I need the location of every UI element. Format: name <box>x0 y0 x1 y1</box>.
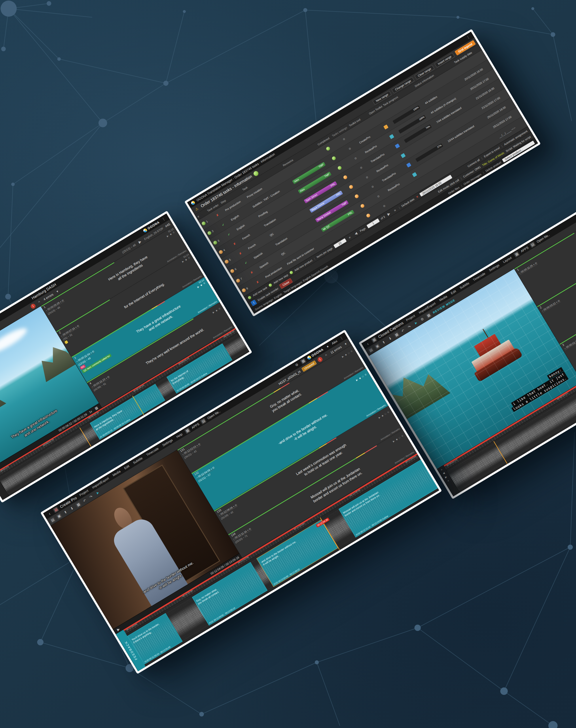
ooona-logo-icon <box>190 200 196 205</box>
warning-icon: ⚠ <box>193 206 200 212</box>
add-task-icon <box>248 295 252 299</box>
clear-date-icon[interactable]: ✕ <box>415 195 419 199</box>
row-state-icon <box>212 240 218 245</box>
page-of-label: of 3 <box>380 215 385 220</box>
order-check-icon: ✔ <box>227 232 231 236</box>
errors-up-icon[interactable]: ^ <box>36 299 42 305</box>
completed-icon <box>331 156 336 161</box>
translatepro-icon[interactable] <box>395 143 400 149</box>
send-icon[interactable]: ➤ <box>412 320 419 326</box>
media-icon[interactable]: ▦ <box>393 331 400 338</box>
keyboard-icon[interactable]: ▦ <box>425 312 432 319</box>
media-icon[interactable]: ▦ <box>75 501 82 508</box>
add-product-icon <box>289 270 293 275</box>
redo-icon[interactable]: ↷ <box>406 324 413 330</box>
row-state-icon <box>241 288 247 293</box>
order-check-icon: ✔ <box>244 261 248 265</box>
add-step-icon <box>268 283 272 287</box>
errors-up-icon[interactable]: ^ <box>323 352 330 359</box>
row-state-icon <box>218 250 224 255</box>
row-state-icon <box>224 259 229 264</box>
reviewpro-icon[interactable] <box>412 172 417 177</box>
yellow-flag-icon <box>64 340 68 344</box>
errors-info-icon: i <box>317 356 323 362</box>
order-cross-icon: ✘ <box>215 213 219 217</box>
undo-icon[interactable]: ↶ <box>82 497 88 504</box>
completed-icon <box>325 146 330 151</box>
completed-icon <box>360 203 365 208</box>
completed-icon <box>366 213 371 218</box>
new-doc-icon[interactable]: ▤ <box>49 517 56 523</box>
playback-rate[interactable]: 1x <box>88 409 93 414</box>
completed-icon <box>337 165 342 171</box>
createpro-icon[interactable] <box>383 124 388 129</box>
row-state-icon <box>230 269 235 274</box>
export-icon[interactable]: ⬇ <box>68 505 75 512</box>
gear-icon[interactable]: ⚙ <box>419 316 425 323</box>
completed-icon <box>343 175 348 180</box>
new-doc-icon[interactable]: ▤ <box>368 347 374 353</box>
save-icon[interactable]: ▣ <box>374 343 380 350</box>
undo-icon[interactable]: ↶ <box>400 327 406 334</box>
redo-icon[interactable]: ↷ <box>88 494 94 500</box>
order-check-icon: ✔ <box>221 223 225 227</box>
reviewpro-icon[interactable] <box>389 134 394 139</box>
translatepro-icon[interactable] <box>406 163 411 168</box>
completed-icon <box>354 194 359 199</box>
order-cross-icon: ✘ <box>233 242 236 246</box>
import-icon[interactable]: ⬆ <box>62 509 69 516</box>
row-state-icon <box>236 278 241 283</box>
save-icon[interactable]: ▣ <box>56 513 62 520</box>
errors-caret-icon[interactable]: ▾ <box>54 288 61 295</box>
send-icon[interactable]: ➤ <box>94 490 101 496</box>
reviewpro-icon[interactable] <box>400 153 405 158</box>
errors-caret-icon[interactable]: ▾ <box>342 341 349 347</box>
subtitle-number: #45 <box>165 222 171 228</box>
order-cross-icon: ✘ <box>250 270 254 274</box>
order-cross-icon: ✘ <box>238 252 242 256</box>
play-icon[interactable]: ▶ <box>137 238 143 245</box>
order-cross-icon: ✘ <box>256 280 259 284</box>
completed-icon <box>348 184 354 190</box>
import-icon[interactable]: ⬆ <box>380 339 387 346</box>
row-state-icon <box>201 221 206 226</box>
row-state-icon <box>207 230 212 236</box>
errors-info-icon: i <box>30 303 36 309</box>
export-icon[interactable]: ⬇ <box>387 335 394 342</box>
status-dot-icon <box>253 170 259 177</box>
